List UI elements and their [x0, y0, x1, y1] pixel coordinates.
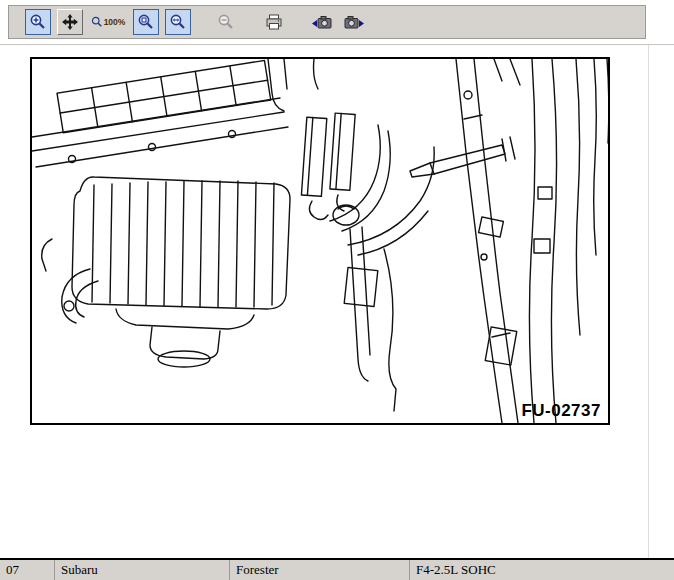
- print-button[interactable]: [261, 9, 287, 35]
- engine-diagram-drawing: [32, 59, 608, 423]
- status-bar: 07 Subaru Forester F4-2.5L SOHC: [0, 558, 674, 580]
- diagram-frame: FU-02737: [30, 57, 610, 425]
- camera-back-icon: [311, 13, 333, 31]
- camera-forward-button[interactable]: [341, 9, 367, 35]
- toolbar: 100%: [8, 5, 646, 39]
- zoom-100-icon: [91, 15, 103, 29]
- status-make: Subaru: [55, 560, 230, 580]
- figure-code: FU-02737: [521, 401, 601, 421]
- zoom-out-icon: [217, 13, 235, 31]
- content-right-border: [648, 45, 649, 558]
- zoom-width-button[interactable]: [165, 9, 191, 35]
- camera-forward-icon: [343, 13, 365, 31]
- zoom-100-button[interactable]: 100%: [89, 9, 127, 35]
- pan-icon: [61, 13, 79, 31]
- camera-back-button[interactable]: [309, 9, 335, 35]
- zoom-100-label: 100%: [104, 17, 126, 27]
- status-year: 07: [0, 560, 55, 580]
- status-engine: F4-2.5L SOHC: [410, 560, 674, 580]
- zoom-in-button[interactable]: [25, 9, 51, 35]
- pan-button[interactable]: [57, 9, 83, 35]
- zoom-width-icon: [169, 13, 187, 31]
- zoom-out-button[interactable]: [213, 9, 239, 35]
- zoom-fit-button[interactable]: [133, 9, 159, 35]
- status-model: Forester: [230, 560, 410, 580]
- diagram-viewport: FU-02737: [0, 45, 648, 558]
- zoom-fit-icon: [137, 13, 155, 31]
- print-icon: [265, 13, 283, 31]
- zoom-in-icon: [29, 13, 47, 31]
